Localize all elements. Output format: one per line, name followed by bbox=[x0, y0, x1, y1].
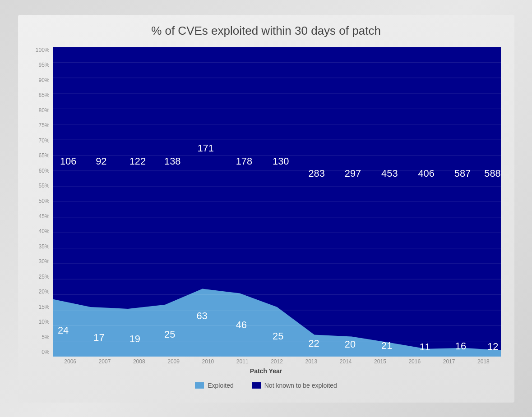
not-exploited-label-2016: 406 bbox=[418, 167, 434, 179]
not-exploited-label-2006: 106 bbox=[60, 155, 76, 166]
y-axis-label: 85% bbox=[38, 92, 49, 98]
exploited-legend-label: Exploited bbox=[208, 382, 234, 389]
exploited-label-2016: 11 bbox=[419, 341, 430, 352]
not-exploited-label-2017: 587 bbox=[454, 167, 470, 179]
y-axis: 100%95%90%85%80%75%70%65%60%55%50%45%40%… bbox=[32, 47, 53, 357]
exploited-label-2018: 12 bbox=[487, 340, 498, 352]
y-axis-label: 65% bbox=[38, 152, 49, 159]
exploited-label-2014: 20 bbox=[344, 338, 355, 349]
exploited-label-2009: 25 bbox=[164, 328, 175, 339]
y-axis-label: 70% bbox=[38, 137, 49, 144]
y-axis-label: 30% bbox=[38, 258, 49, 265]
exploited-label-2007: 17 bbox=[93, 331, 104, 343]
x-axis-label: 2012 bbox=[259, 358, 294, 365]
exploited-label-2006: 24 bbox=[57, 325, 68, 336]
y-axis-label: 10% bbox=[38, 319, 49, 325]
x-axis-label: 2007 bbox=[88, 358, 122, 365]
x-axis-label: 2018 bbox=[466, 358, 500, 365]
exploited-color-swatch bbox=[195, 382, 204, 389]
not-exploited-label-2014: 297 bbox=[344, 167, 361, 179]
y-axis-label: 45% bbox=[38, 213, 49, 220]
y-axis-label: 55% bbox=[38, 183, 49, 189]
exploited-label-2010: 63 bbox=[196, 310, 207, 321]
x-axis-label: 2008 bbox=[122, 358, 156, 365]
y-axis-label: 40% bbox=[38, 228, 49, 234]
x-axis-label: 2015 bbox=[363, 358, 397, 365]
not-exploited-color-swatch bbox=[252, 382, 261, 389]
not-exploited-label-2009: 138 bbox=[164, 155, 180, 166]
y-axis-label: 5% bbox=[42, 334, 49, 340]
not-exploited-label-2010: 171 bbox=[197, 142, 213, 154]
exploited-label-2013: 22 bbox=[308, 337, 319, 348]
not-exploited-label-2018: 588 bbox=[484, 167, 500, 179]
not-exploited-label-2008: 122 bbox=[129, 155, 145, 166]
x-axis-title: Patch Year bbox=[32, 367, 501, 375]
y-axis-label: 25% bbox=[38, 274, 49, 280]
exploited-label-2008: 19 bbox=[129, 333, 140, 344]
chart-svg: 106 92 122 138 171 178 130 283 297 453 4… bbox=[53, 47, 501, 357]
y-axis-label: 35% bbox=[38, 243, 49, 250]
legend-item-not-exploited: Not known to be exploited bbox=[252, 382, 337, 389]
x-axis-label: 2009 bbox=[156, 358, 190, 365]
x-axis-label: 2017 bbox=[432, 358, 466, 365]
exploited-label-2015: 21 bbox=[381, 339, 392, 351]
chart-container: % of CVEs exploited within 30 days of pa… bbox=[18, 15, 514, 403]
y-axis-label: 0% bbox=[42, 349, 49, 355]
not-exploited-label-2007: 92 bbox=[96, 155, 106, 166]
y-axis-label: 90% bbox=[38, 77, 49, 83]
legend-item-exploited: Exploited bbox=[195, 382, 234, 389]
x-axis-area: 2006200720082009201020112012201320142015… bbox=[32, 358, 501, 365]
y-axis-label: 60% bbox=[38, 168, 49, 174]
exploited-label-2012: 25 bbox=[273, 330, 283, 341]
x-axis-label: 2006 bbox=[53, 358, 88, 365]
exploited-label-2017: 16 bbox=[455, 340, 466, 351]
chart-area: 100%95%90%85%80%75%70%65%60%55%50%45%40%… bbox=[32, 47, 501, 375]
not-exploited-label-2015: 453 bbox=[381, 167, 398, 179]
y-axis-label: 95% bbox=[38, 62, 49, 68]
y-axis-label: 50% bbox=[38, 198, 49, 204]
y-axis-label: 80% bbox=[38, 107, 49, 114]
not-exploited-legend-label: Not known to be exploited bbox=[264, 382, 337, 389]
legend: Exploited Not known to be exploited bbox=[195, 382, 337, 389]
not-exploited-label-2011: 178 bbox=[236, 155, 252, 166]
y-axis-label: 75% bbox=[38, 122, 49, 128]
y-axis-label: 15% bbox=[38, 304, 49, 310]
chart-title: % of CVEs exploited within 30 days of pa… bbox=[151, 24, 381, 38]
chart-plot: 106 92 122 138 171 178 130 283 297 453 4… bbox=[53, 47, 501, 357]
x-axis-label: 2016 bbox=[398, 358, 432, 365]
y-axis-label: 100% bbox=[36, 47, 50, 53]
chart-main: 100%95%90%85%80%75%70%65%60%55%50%45%40%… bbox=[32, 47, 501, 357]
y-axis-label: 20% bbox=[38, 289, 49, 295]
x-axis-label: 2014 bbox=[328, 358, 363, 365]
x-axis-label: 2011 bbox=[225, 358, 259, 365]
not-exploited-label-2013: 283 bbox=[308, 167, 324, 179]
not-exploited-label-2012: 130 bbox=[273, 155, 289, 166]
x-axis-label: 2013 bbox=[294, 358, 328, 365]
x-axis-label: 2010 bbox=[191, 358, 225, 365]
exploited-label-2011: 46 bbox=[236, 319, 246, 330]
